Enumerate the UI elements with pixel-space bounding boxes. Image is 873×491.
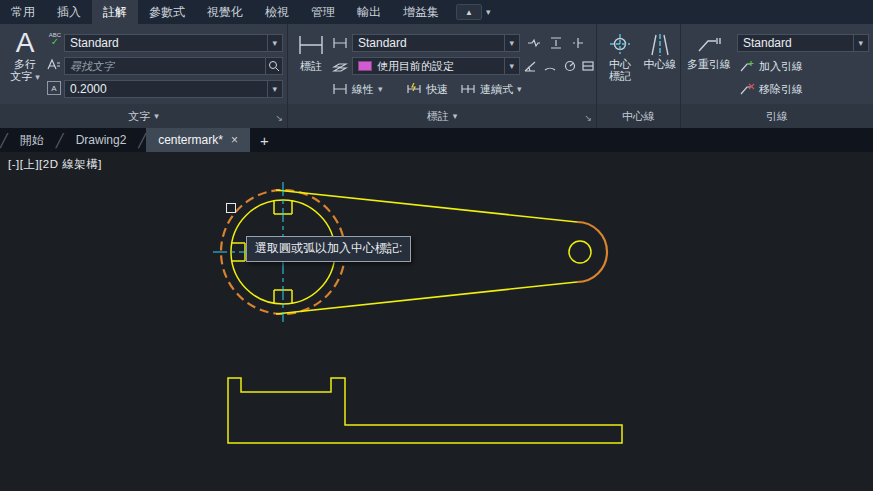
ribbon-tab-visualize[interactable]: 視覺化 [196, 0, 254, 24]
file-tab-centermark[interactable]: centermark* × [146, 128, 250, 152]
center-mark-button[interactable]: 中心 標記 [601, 32, 639, 82]
chevron-down-icon[interactable]: ▾ [267, 35, 277, 51]
mtext-icon: A [16, 28, 35, 58]
dim-style-combo[interactable]: Standard ▾ [352, 34, 520, 52]
chevron-down-icon[interactable]: ▾ [504, 35, 514, 51]
panel-label-text[interactable]: 文字 ▾ ↘ [0, 104, 287, 128]
linear-dim-button[interactable]: 線性 ▾ [332, 80, 383, 98]
ribbon-tab-annotate[interactable]: 註解 [92, 0, 138, 24]
centerline-icon [647, 32, 673, 58]
file-tab-drawing2[interactable]: Drawing2 [64, 128, 139, 152]
chevron-down-icon[interactable]: ▾ [504, 58, 514, 74]
multileader-button[interactable]: 多重引線 [685, 32, 733, 70]
tooltip: 選取圓或弧以加入中心標記: [246, 236, 411, 262]
add-leader-button[interactable]: 加入引線 [739, 57, 803, 75]
ribbon-tab-home[interactable]: 常用 [0, 0, 46, 24]
close-icon[interactable]: × [231, 133, 238, 147]
find-text-button[interactable] [265, 57, 283, 75]
ribbon-display-button[interactable]: ▲ [456, 4, 482, 20]
color-swatch [358, 61, 372, 71]
tab-separator: ╱ [138, 128, 146, 152]
search-icon [268, 60, 280, 72]
dim-baseline-icon[interactable] [580, 58, 596, 74]
end-cap-arc[interactable] [577, 222, 607, 282]
ribbon-tab-parametric[interactable]: 參數式 [138, 0, 196, 24]
ribbon: A 多行 文字 ▾ ABC ✓ A Standard ▾ 0.2000 ▾ [0, 24, 873, 128]
panel-label-centerline[interactable]: 中心線 [597, 104, 680, 128]
panel-centerline: 中心 標記 中心線 中心線 [597, 24, 681, 128]
drawing-canvas[interactable]: [-][上][2D 線架構] 選取圓或弧以加入中心標記: [0, 152, 873, 491]
dim-adjust-space-icon[interactable] [548, 35, 564, 51]
mtext-caret-icon: ▾ [35, 72, 40, 82]
center-mark-icon [607, 32, 633, 58]
collapse-icon: ▲ [465, 8, 473, 17]
panel-label-dimension[interactable]: 標註 ▾ ↘ [288, 104, 596, 128]
panel-text: A 多行 文字 ▾ ABC ✓ A Standard ▾ 0.2000 ▾ [0, 24, 288, 128]
panel-leader: 多重引線 Standard ▾ 加入引線 移除引線 引線 [681, 24, 873, 128]
ribbon-tab-insert[interactable]: 插入 [46, 0, 92, 24]
remove-leader-button[interactable]: 移除引線 [739, 80, 803, 98]
dim-break-icon[interactable] [526, 35, 542, 51]
dim-layer-combo[interactable]: 使用目前的設定 ▾ [352, 57, 520, 75]
file-tab-start[interactable]: 開始 [8, 128, 56, 152]
mleader-style-combo[interactable]: Standard ▾ [737, 34, 869, 52]
ribbon-tab-bar: 常用 插入 註解 參數式 視覺化 檢視 管理 輸出 增益集 ▲ ▾ [0, 0, 873, 24]
dim-radius-icon[interactable] [562, 58, 578, 74]
find-text-field [64, 57, 283, 75]
file-tab-bar: ╱ 開始 ╱ Drawing2 ╱ centermark* × + [0, 128, 873, 152]
ribbon-tab-addins[interactable]: 增益集 [392, 0, 450, 24]
ribbon-tab-view[interactable]: 檢視 [254, 0, 300, 24]
text-style-combo[interactable]: Standard ▾ [64, 34, 283, 52]
mtext-button[interactable]: A 多行 文字 ▾ [6, 28, 44, 83]
dim-update-icon[interactable] [570, 35, 586, 51]
mtext-label-2: 文字 [10, 70, 32, 82]
layers-icon [332, 58, 348, 74]
panel-expand-icon: ▾ [154, 111, 159, 121]
new-drawing-tab-button[interactable]: + [250, 128, 279, 152]
panel-expand-icon: ▾ [453, 111, 458, 121]
dim-arc-icon[interactable] [542, 58, 558, 74]
chevron-down-icon: ▾ [378, 84, 383, 94]
dim-angular-icon[interactable] [522, 58, 538, 74]
panel-launcher-icon[interactable]: ↘ [584, 113, 592, 123]
chevron-down-icon[interactable]: ▾ [853, 35, 863, 51]
chevron-down-icon[interactable]: ▾ [267, 81, 277, 97]
text-height-combo[interactable]: 0.2000 ▾ [64, 80, 283, 98]
ribbon-tab-manage[interactable]: 管理 [300, 0, 346, 24]
chevron-down-icon: ▾ [517, 84, 522, 94]
spell-check-icon[interactable]: ABC ✓ [46, 32, 64, 50]
ribbon-display-caret-icon[interactable]: ▾ [486, 7, 491, 17]
tab-separator: ╱ [56, 128, 64, 152]
section-profile[interactable] [228, 378, 622, 443]
tab-separator: ╱ [0, 128, 8, 152]
find-text-input[interactable] [64, 57, 265, 75]
dimension-button[interactable]: 標註 [292, 32, 330, 72]
quick-dim-button[interactable]: 快速 [406, 80, 448, 98]
continue-dim-button[interactable]: 連續式 ▾ [460, 80, 522, 98]
end-hole-circle[interactable] [569, 241, 591, 263]
panel-label-leader[interactable]: 引線 [681, 104, 873, 128]
find-replace-icon[interactable] [46, 57, 62, 73]
viewport-controls[interactable]: [-][上][2D 線架構] [8, 157, 102, 172]
ribbon-tab-output[interactable]: 輸出 [346, 0, 392, 24]
dimension-icon [296, 32, 326, 60]
multileader-icon [694, 32, 724, 58]
dim-style-icon [332, 35, 348, 51]
panel-dimension: 標註 Standard ▾ 使用目前的設定 ▾ [288, 24, 597, 128]
annotative-text-icon[interactable]: A [46, 80, 62, 96]
panel-launcher-icon[interactable]: ↘ [275, 113, 283, 123]
mtext-label-1: 多行 [14, 58, 36, 70]
pickbox-cursor [227, 204, 236, 213]
centerline-button[interactable]: 中心線 [641, 32, 679, 70]
